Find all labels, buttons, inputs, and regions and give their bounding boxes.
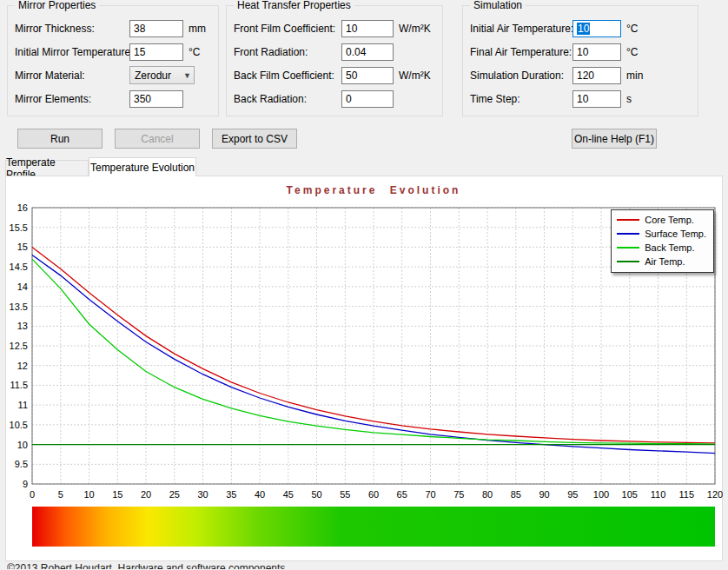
field-front-film-coefficient: Front Film Coefficient: 10 W/m²K <box>227 17 442 40</box>
svg-text:75: 75 <box>453 489 464 500</box>
svg-text:105: 105 <box>622 489 638 500</box>
legend-line-swatch <box>617 233 639 235</box>
temperature-colorbar <box>32 507 715 547</box>
mirror-thickness-label: Mirror Thickness: <box>15 23 129 35</box>
svg-text:12: 12 <box>17 361 28 371</box>
front-film-coefficient-label: Front Film Coefficient: <box>234 23 341 35</box>
initial-air-temperature-input[interactable]: 10 <box>572 20 621 37</box>
field-initial-mirror-temperature: Initial Mirror Temperature: 15 °C <box>8 40 218 63</box>
svg-text:14: 14 <box>17 282 28 292</box>
svg-text:60: 60 <box>368 489 379 500</box>
svg-text:9: 9 <box>23 479 28 489</box>
final-air-temperature-input[interactable]: 10 <box>572 43 621 61</box>
svg-text:30: 30 <box>197 489 208 500</box>
svg-text:115: 115 <box>679 489 695 500</box>
time-step-label: Time Step: <box>470 93 572 105</box>
initial-mirror-temperature-label: Initial Mirror Temperature: <box>15 46 129 58</box>
mirror-thickness-unit: mm <box>189 23 206 35</box>
legend-line-swatch <box>617 261 639 262</box>
legend-label: Core Temp. <box>645 215 694 225</box>
svg-text:100: 100 <box>593 489 609 500</box>
simulation-duration-input[interactable]: 120 <box>572 67 621 84</box>
svg-text:40: 40 <box>255 489 265 500</box>
cancel-button[interactable]: Cancel <box>115 129 200 149</box>
back-film-coefficient-unit: W/m²K <box>399 70 431 82</box>
legend-item: Core Temp. <box>617 213 706 227</box>
svg-text:16: 16 <box>17 202 28 213</box>
mirror-elements-input[interactable]: 350 <box>129 90 183 108</box>
field-back-radiation: Back Radiation: 0 <box>227 87 442 110</box>
front-radiation-label: Front Radiation: <box>234 46 341 58</box>
field-mirror-elements: Mirror Elements: 350 <box>8 87 218 110</box>
svg-text:15: 15 <box>17 242 28 252</box>
temperature-evolution-panel: Temperature Evolution 051015202530354045… <box>5 176 723 561</box>
mirror-material-label: Mirror Material: <box>15 70 129 82</box>
field-mirror-thickness: Mirror Thickness: 38 mm <box>8 17 218 40</box>
mirror-material-select[interactable]: Zerodur ▼ <box>129 66 195 84</box>
back-radiation-input[interactable]: 0 <box>341 90 394 108</box>
back-film-coefficient-input[interactable]: 50 <box>341 67 394 84</box>
svg-text:65: 65 <box>397 489 407 500</box>
export-csv-button[interactable]: Export to CSV <box>212 129 297 149</box>
svg-text:10: 10 <box>17 440 28 450</box>
time-step-unit: s <box>626 93 632 105</box>
online-help-button[interactable]: On-line Help (F1) <box>572 129 657 149</box>
svg-text:25: 25 <box>169 489 180 500</box>
field-back-film-coefficient: Back Film Coefficient: 50 W/m²K <box>227 63 442 87</box>
simulation-duration-unit: min <box>626 70 643 82</box>
svg-text:95: 95 <box>567 489 578 500</box>
svg-text:11.5: 11.5 <box>10 380 28 390</box>
time-step-input[interactable]: 10 <box>572 90 621 108</box>
group-simulation: Simulation Initial Air Temperature: 10 °… <box>462 5 698 116</box>
svg-text:14.5: 14.5 <box>10 262 28 272</box>
mirror-thickness-input[interactable]: 38 <box>129 20 183 37</box>
field-final-air-temperature: Final Air Temperature: 10 °C <box>463 40 698 63</box>
chevron-down-icon: ▼ <box>183 71 191 80</box>
tab-temperate-profile[interactable]: Temperate Profile <box>5 160 89 176</box>
group-heat-transfer-properties: Heat Transfer Properties Front Film Coef… <box>226 5 443 116</box>
back-film-coefficient-label: Back Film Coefficient: <box>234 70 341 82</box>
run-button[interactable]: Run <box>17 129 103 149</box>
svg-text:12.5: 12.5 <box>10 341 28 351</box>
initial-mirror-temperature-input[interactable]: 15 <box>129 43 183 61</box>
selected-text: 10 <box>577 23 590 35</box>
field-mirror-material: Mirror Material: Zerodur ▼ <box>8 63 218 87</box>
chart-title: Temperature Evolution <box>32 184 715 196</box>
group-title: Simulation <box>470 0 526 11</box>
svg-text:13: 13 <box>17 321 28 331</box>
svg-text:20: 20 <box>141 489 151 500</box>
svg-text:85: 85 <box>511 489 521 500</box>
svg-text:80: 80 <box>482 489 493 500</box>
svg-text:35: 35 <box>226 489 236 500</box>
front-radiation-input[interactable]: 0.04 <box>341 43 394 61</box>
legend-label: Air Temp. <box>645 256 685 267</box>
initial-air-temperature-unit: °C <box>626 23 638 35</box>
group-mirror-properties: Mirror Properties Mirror Thickness: 38 m… <box>7 5 219 116</box>
svg-text:0: 0 <box>30 489 35 500</box>
legend-label: Surface Temp. <box>645 229 706 239</box>
mirror-material-value: Zerodur <box>135 70 171 82</box>
svg-text:5: 5 <box>58 489 63 500</box>
front-film-coefficient-input[interactable]: 10 <box>341 20 394 37</box>
group-title: Heat Transfer Properties <box>234 0 354 11</box>
svg-text:90: 90 <box>539 489 549 500</box>
simulation-duration-label: Simulation Duration: <box>470 70 572 82</box>
svg-text:9.5: 9.5 <box>15 459 28 469</box>
legend-item: Air Temp. <box>617 255 706 268</box>
field-front-radiation: Front Radiation: 0.04 <box>227 40 442 63</box>
svg-text:10: 10 <box>83 489 94 500</box>
legend-item: Back Temp. <box>617 241 706 255</box>
chart-legend: Core Temp.Surface Temp.Back Temp.Air Tem… <box>611 209 714 273</box>
field-time-step: Time Step: 10 s <box>463 87 698 110</box>
legend-label: Back Temp. <box>645 242 694 253</box>
svg-text:55: 55 <box>340 489 350 500</box>
legend-item: Surface Temp. <box>617 227 706 241</box>
tab-temperature-evolution[interactable]: Temperature Evolution <box>89 157 196 176</box>
initial-air-temperature-label: Initial Air Temperature: <box>470 23 572 35</box>
back-radiation-label: Back Radiation: <box>234 93 341 105</box>
svg-text:50: 50 <box>311 489 321 500</box>
field-initial-air-temperature: Initial Air Temperature: 10 °C <box>463 17 698 40</box>
group-title: Mirror Properties <box>15 0 99 11</box>
svg-text:15: 15 <box>112 489 122 500</box>
initial-mirror-temperature-unit: °C <box>189 46 200 58</box>
